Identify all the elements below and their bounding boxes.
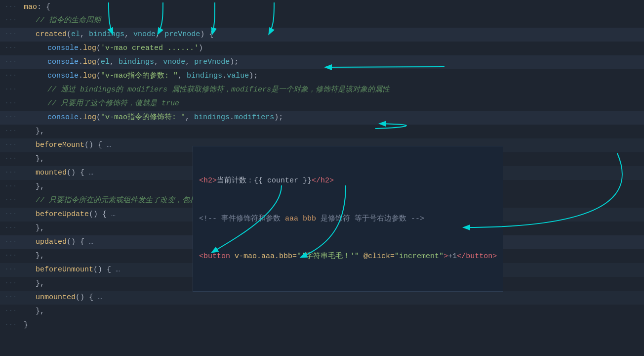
code-line-5: console.log(el, bindings, vnode, preVnod…	[0, 55, 644, 69]
code-line-9: console.log("v-mao指令的修饰符: ", bindings.mo…	[0, 111, 644, 125]
code-line-24: }	[0, 318, 644, 332]
code-line-23: },	[0, 305, 644, 318]
code-line-2: // 指令的生命周期	[0, 14, 644, 28]
code-popup: <h2>当前计数：{{ counter }}</h2> <!-- 事件修饰符和参…	[193, 146, 503, 292]
code-line-7: // 通过 bindings的 modifiers 属性获取修饰符，modifi…	[0, 83, 644, 97]
code-line-3: created(el, bindings, vnode, preVnode) {	[0, 28, 644, 42]
popup-line-3: <button v-mao.aaa.bbb="'字符串毛毛！'" @click=…	[199, 250, 497, 263]
code-line-4: console.log('v-mao created ......')	[0, 42, 644, 55]
popup-line-1: <h2>当前计数：{{ counter }}</h2>	[199, 175, 497, 187]
code-line-6: console.log("v-mao指令的参数: ", bindings.val…	[0, 69, 644, 83]
code-line-8: // 只要用了这个修饰符，值就是 true	[0, 97, 644, 111]
code-line-10: },	[0, 125, 644, 138]
popup-line-2: <!-- 事件修饰符和参数 aaa bbb 是修饰符 等于号右边参数 -->	[199, 213, 497, 225]
code-line-22: unmounted() { …	[0, 291, 644, 305]
code-line-1: mao: {	[0, 0, 644, 14]
code-editor: mao: { // 指令的生命周期 created(el, bindings, …	[0, 0, 644, 356]
